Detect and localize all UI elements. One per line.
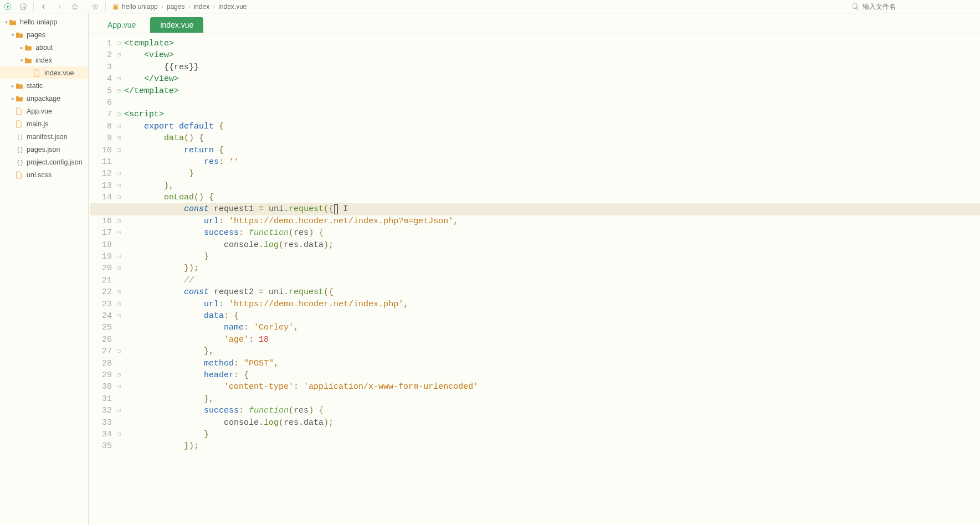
code-line[interactable]: console.log(res.data); [124,239,980,251]
fold-toggle[interactable] [115,322,123,333]
editor-tab[interactable]: index.vue [150,17,203,33]
code-line[interactable]: 'age': 18 [124,334,980,346]
code-line[interactable]: }); [124,262,980,274]
fold-toggle[interactable]: ⊟ [115,251,123,262]
code-line[interactable]: }, [124,180,980,192]
code-line[interactable]: {{res}} [124,61,980,73]
file-tree[interactable]: ▾hello uniapp▾pages▸about▾indexindex.vue… [0,13,89,525]
code-line[interactable]: console.log(res.data); [124,417,980,429]
fold-toggle[interactable]: ⊟ [115,73,123,85]
fold-toggle[interactable] [115,239,123,251]
tree-item[interactable]: main.js [0,117,88,130]
fold-toggle[interactable]: ⊟ [115,85,123,97]
code-line[interactable]: <script> [124,109,980,120]
breadcrumb-item[interactable]: index.vue [218,3,247,11]
breadcrumb-item[interactable]: pages [167,3,185,11]
code-line[interactable]: name: 'Corley', [124,322,980,333]
tree-item[interactable]: ▸static [0,79,88,92]
fold-toggle[interactable]: ⊟ [115,215,123,227]
toolbar-btn-back[interactable] [36,0,52,13]
fold-toggle[interactable]: ⊟ [115,381,123,393]
code-line[interactable]: <template> [124,38,980,49]
fold-toggle[interactable] [115,61,123,73]
toolbar-btn-save[interactable] [16,0,31,13]
fold-toggle[interactable]: ⊟ [115,145,123,156]
code-line[interactable] [124,97,980,109]
toolbar-btn-target[interactable] [88,0,103,13]
code-line[interactable]: res: '' [124,156,980,168]
code-line[interactable]: data() { [124,132,980,144]
fold-toggle[interactable]: ⊟ [115,49,123,61]
code-line[interactable]: </template> [124,85,980,97]
code-line[interactable]: const request1 = uni.request({ I [124,203,980,215]
fold-toggle[interactable]: ⊟ [115,132,123,144]
tree-item[interactable]: ▾index [0,54,88,66]
code-line[interactable]: success: function(res) { [124,405,980,416]
fold-toggle[interactable] [115,417,123,429]
fold-toggle[interactable] [115,97,123,109]
tree-item[interactable]: ▾pages [0,28,88,41]
fold-toggle[interactable] [115,275,123,286]
code-line[interactable]: data: { [124,310,980,322]
toolbar-btn-forward[interactable] [52,0,67,13]
code-line[interactable]: }); [124,440,980,452]
fold-toggle[interactable] [115,393,123,405]
code-line[interactable]: } [124,168,980,179]
code-line[interactable]: url: 'https://demo.hcoder.net/index.php?… [124,215,980,227]
line-number: 7 [89,109,112,120]
fold-toggle[interactable] [115,334,123,346]
code-line[interactable]: }, [124,393,980,405]
code-line[interactable]: return { [124,145,980,156]
code-line[interactable]: </view> [124,73,980,85]
fold-toggle[interactable]: ⊟ [115,180,123,192]
fold-toggle[interactable]: ⊟ [115,298,123,310]
fold-toggle[interactable]: ⊟ [115,262,123,274]
fold-toggle[interactable] [115,440,123,452]
code-line[interactable]: url: 'https://demo.hcoder.net/index.php'… [124,298,980,310]
fold-toggle[interactable]: ⊟ [115,227,123,239]
fold-toggle[interactable]: ⊟ [115,121,123,132]
fold-toggle[interactable]: ⊟ [115,346,123,357]
code-line[interactable]: 'content-type': 'application/x-www-form-… [124,381,980,393]
code-lines[interactable]: <template> <view> {{res}} </view></templ… [123,33,980,525]
fold-toggle[interactable] [115,156,123,168]
tree-item[interactable]: uni.scss [0,168,88,181]
tree-item[interactable]: { }project.config.json [0,156,88,168]
tree-item[interactable]: { }manifest.json [0,130,88,143]
tree-item[interactable]: { }pages.json [0,143,88,156]
tree-item[interactable]: ▸unpackage [0,92,88,105]
fold-toggle[interactable] [115,358,123,369]
tree-item[interactable]: index.vue [0,66,88,79]
breadcrumb-item[interactable]: hello uniapp [122,3,158,11]
code-editor[interactable]: 1234567891011121314151617181920212223242… [89,33,980,525]
toolbar-btn-star[interactable] [67,0,83,13]
code-token: function [249,406,289,415]
code-line[interactable]: success: function(res) { [124,227,980,239]
code-line[interactable]: export default { [124,121,980,132]
fold-toggle[interactable]: ⊟ [115,429,123,440]
tree-item[interactable]: ▾hello uniapp [0,16,88,28]
code-line[interactable]: }, [124,346,980,357]
fold-toggle[interactable]: ⊟ [115,38,123,49]
fold-toggle[interactable]: ⊟ [115,192,123,203]
code-line[interactable]: // [124,275,980,286]
tree-item[interactable]: App.vue [0,105,88,117]
code-line[interactable]: <view> [124,49,980,61]
code-line[interactable]: } [124,429,980,440]
code-line[interactable]: const request2 = uni.request({ [124,286,980,298]
tree-item[interactable]: ▸about [0,41,88,54]
fold-toggle[interactable]: ⊟ [115,168,123,179]
fold-toggle[interactable]: ⊟ [115,310,123,322]
code-line[interactable]: } [124,251,980,262]
code-line[interactable]: method: "POST", [124,358,980,369]
code-line[interactable]: onLoad() { [124,192,980,203]
fold-toggle[interactable]: ⊟ [115,405,123,416]
code-line[interactable]: header: { [124,369,980,381]
breadcrumb-item[interactable]: index [193,3,209,11]
fold-toggle[interactable]: ⊟ [115,286,123,298]
toolbar-btn-run[interactable] [0,0,16,13]
fold-toggle[interactable]: ⊟ [115,109,123,120]
editor-tab[interactable]: App.vue [98,17,146,33]
search-input[interactable] [863,3,973,11]
fold-toggle[interactable]: ⊟ [115,369,123,381]
